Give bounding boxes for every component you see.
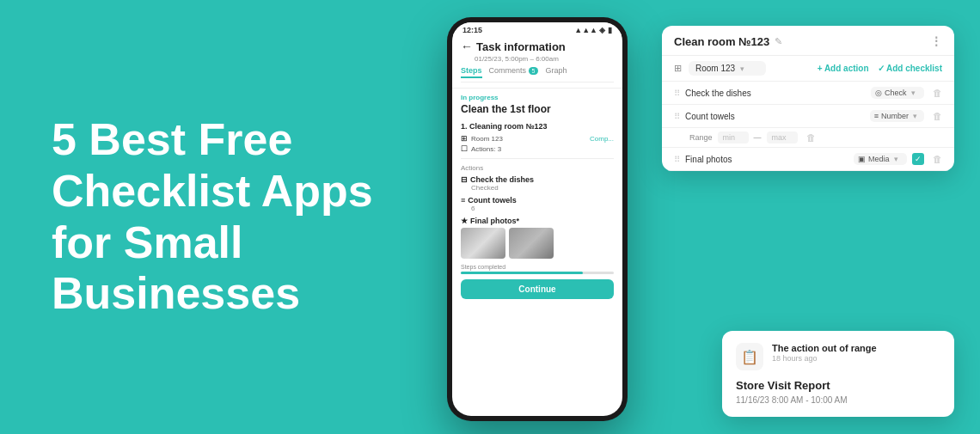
notification-content: The action out of range 18 hours ago (772, 343, 877, 363)
phone-mockup: 12:15 ▲▲▲ ◈ ▮ ← Task information 01/25/2… (447, 17, 628, 421)
delete-icon-1[interactable]: 🗑 (933, 88, 942, 98)
range-min-input[interactable]: min (718, 131, 749, 144)
tab-graph[interactable]: Graph (545, 66, 567, 78)
room-select-chevron: ▾ (740, 64, 744, 73)
count-icon-2: ≡ (461, 196, 465, 205)
notification-report-title: Store Visit Report (736, 379, 940, 392)
add-checklist-button[interactable]: ✓ Add checklist (878, 64, 942, 73)
type-badge-3[interactable]: ▣ Media ▾ (854, 153, 907, 165)
row-label-3: Final photos (685, 155, 848, 164)
phone-action-value-1: Checked (471, 184, 614, 192)
card-title-row: Clean room №123 ✎ (674, 35, 782, 48)
more-options-icon[interactable]: ⋮ (930, 34, 942, 48)
card-room-row: ⊞ Room 123 ▾ + Add action ✓ Add checklis… (662, 56, 954, 82)
phone-time: 12:15 (462, 26, 482, 34)
card-row-count-towels: ⠿ Count towels ≡ Number ▾ 🗑 (662, 105, 954, 128)
phone-progress-bar (461, 272, 614, 274)
page-container: 5 Best Free Checklist Apps for Small Bus… (0, 0, 980, 434)
range-dash: — (754, 133, 762, 142)
type-icon-1: ◎ (875, 89, 882, 97)
drag-handle-1[interactable]: ⠿ (674, 89, 680, 98)
row-label-2: Count towels (685, 112, 865, 121)
type-badge-1[interactable]: ◎ Check ▾ (871, 87, 924, 99)
phone-action-final-photos: ★ Final photos* (461, 217, 614, 259)
card-notification: 📋 The action out of range 18 hours ago S… (722, 331, 954, 417)
phone-action-check-dishes: ⊟ Check the dishes Checked (461, 175, 614, 192)
range-label: Range (689, 133, 713, 142)
range-row: Range min — max 🗑 (662, 128, 954, 148)
phone-action-value-2: 6 (471, 205, 614, 212)
phone-main-task-title: Clean the 1st floor (461, 103, 614, 115)
type-chevron-1: ▾ (911, 89, 916, 97)
phone-status-label: In progress (461, 94, 614, 101)
card-row-final-photos: ⠿ Final photos ▣ Media ▾ ✓ 🗑 (662, 148, 954, 171)
drag-handle-3[interactable]: ⠿ (674, 155, 680, 164)
phone-action-name-3: ★ Final photos* (461, 217, 614, 225)
phone-progress-fill (461, 272, 583, 274)
notification-title: The action out of range (772, 343, 877, 353)
row-checked-icon-3[interactable]: ✓ (912, 153, 924, 165)
delete-icon-2[interactable]: 🗑 (933, 111, 942, 121)
phone-action-name-1: ⊟ Check the dishes (461, 175, 614, 184)
range-delete-icon[interactable]: 🗑 (806, 132, 816, 143)
type-icon-3: ▣ (858, 155, 866, 163)
type-badge-2[interactable]: ≡ Number ▾ (870, 110, 924, 122)
type-chevron-2: ▾ (913, 112, 917, 120)
add-action-button[interactable]: + Add action (818, 64, 869, 73)
phone-body: In progress Clean the 1st floor 1. Clean… (452, 89, 622, 416)
type-chevron-3: ▾ (894, 155, 898, 163)
notification-time: 18 hours ago (772, 354, 877, 363)
card-title: Clean room №123 (674, 35, 769, 48)
phone-divider (461, 158, 614, 159)
card-actions-right: + Add action ✓ Add checklist (818, 64, 942, 73)
photo-thumb-2 (509, 228, 554, 259)
check-icon-1: ⊟ (461, 175, 468, 184)
tab-steps[interactable]: Steps (461, 66, 482, 78)
grid-icon: ⊞ (461, 134, 468, 143)
room-icon: ⊞ (674, 63, 682, 74)
headline: 5 Best Free Checklist Apps for Small Bus… (52, 114, 413, 320)
phone-signals: ▲▲▲ ◈ ▮ (574, 26, 612, 34)
range-max-input[interactable]: max (767, 131, 798, 144)
right-section: 12:15 ▲▲▲ ◈ ▮ ← Task information 01/25/2… (421, 0, 954, 434)
card-desktop-header: Clean room №123 ✎ ⋮ (662, 26, 954, 56)
type-icon-2: ≡ (874, 112, 879, 120)
phone-actions-label: Actions (461, 164, 614, 172)
edit-icon[interactable]: ✎ (775, 36, 782, 47)
phone-tabs: Steps Comments 5 Graph (461, 66, 614, 83)
notification-icon: 📋 (736, 343, 763, 370)
notification-report-time: 11/16/23 8:00 AM - 10:00 AM (736, 395, 940, 405)
photo-icon-3: ★ (461, 217, 468, 225)
phone-continue-button[interactable]: Continue (461, 279, 614, 299)
checkbox-icon: ☐ (461, 144, 468, 153)
phone-steps-bar-label: Steps completed (461, 264, 614, 270)
row-label-1: Check the dishes (685, 89, 866, 98)
alert-icon: 📋 (741, 349, 758, 365)
notification-top: 📋 The action out of range 18 hours ago (736, 343, 940, 370)
comments-badge: 5 (529, 67, 539, 75)
photo-thumb-1 (461, 228, 505, 259)
phone-meta-actions: ☐ Actions: 3 (461, 144, 614, 153)
phone-meta-room: ⊞ Room 123 Comp... (461, 134, 614, 143)
room-select[interactable]: Room 123 ▾ (689, 61, 766, 76)
phone-section-title: 1. Cleaning room №123 (461, 122, 614, 131)
phone-screen: 12:15 ▲▲▲ ◈ ▮ ← Task information 01/25/2… (452, 22, 622, 416)
back-button[interactable]: ← (461, 40, 473, 53)
phone-status-bar: 12:15 ▲▲▲ ◈ ▮ (452, 22, 622, 36)
card-desktop-clean-room: Clean room №123 ✎ ⋮ ⊞ Room 123 ▾ + Add a… (662, 26, 954, 171)
phone-action-count-towels: ≡ Count towels 6 (461, 196, 614, 212)
card-row-check-dishes: ⠿ Check the dishes ◎ Check ▾ 🗑 (662, 82, 954, 105)
phone-header-top: ← Task information (461, 40, 614, 53)
phone-subtitle: 01/25/23, 5:00pm – 6:00am (475, 55, 614, 63)
phone-task-title: Task information (476, 40, 566, 53)
phone-header: ← Task information 01/25/23, 5:00pm – 6:… (452, 36, 622, 89)
phone-photos-row (461, 228, 614, 259)
drag-handle-2[interactable]: ⠿ (674, 112, 680, 121)
tab-comments[interactable]: Comments 5 (489, 66, 539, 78)
phone-action-name-2: ≡ Count towels (461, 196, 614, 205)
delete-icon-3[interactable]: 🗑 (933, 154, 942, 164)
